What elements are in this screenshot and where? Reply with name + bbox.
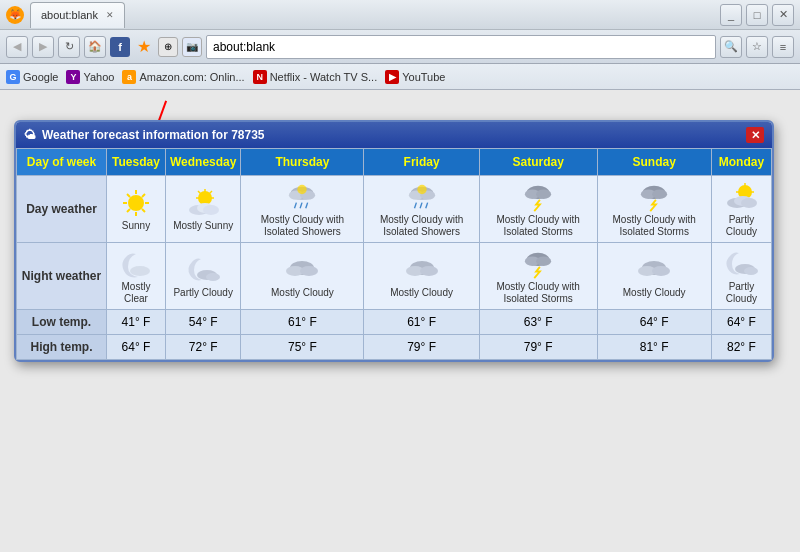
svg-point-60 [652, 266, 670, 276]
home-button[interactable]: 🏠 [84, 36, 106, 58]
low-temp-monday: 64° F [711, 310, 771, 335]
low-temp-wednesday: 54° F [165, 310, 240, 335]
tab-close-button[interactable]: ✕ [106, 10, 114, 20]
address-bar[interactable]: about:blank [206, 35, 716, 59]
night-weather-tuesday: Mostly Clear [107, 243, 166, 310]
svg-point-35 [536, 190, 551, 199]
day-weather-monday-desc: Partly Cloudy [714, 214, 769, 238]
col-header-wednesday: Wednesday [165, 149, 240, 176]
youtube-icon: ▶ [385, 70, 399, 84]
menu-button[interactable]: ≡ [772, 36, 794, 58]
day-weather-tuesday: Sunny [107, 176, 166, 243]
restore-button[interactable]: □ [746, 4, 768, 26]
low-temp-tuesday: 41° F [107, 310, 166, 335]
star-icon[interactable]: ★ [134, 37, 154, 57]
bookmark-google[interactable]: G Google [6, 70, 58, 84]
row-label-high-temp: High temp. [17, 335, 107, 360]
yahoo-icon: Y [66, 70, 80, 84]
svg-line-8 [127, 209, 130, 212]
col-header-friday: Friday [364, 149, 479, 176]
day-weather-friday-desc: Mostly Cloudy with Isolated Showers [366, 214, 476, 238]
bookmark-yahoo[interactable]: Y Yahoo [66, 70, 114, 84]
yahoo-label: Yahoo [83, 71, 114, 83]
day-weather-saturday-desc: Mostly Cloudy with Isolated Storms [482, 214, 595, 238]
mostly-cloudy-icon-fri [404, 255, 440, 285]
cloudy-showers-icon-fri [404, 182, 440, 212]
low-temp-saturday: 63° F [479, 310, 597, 335]
mostly-clear-icon [118, 249, 154, 279]
mostly-cloudy-icon-sun [636, 255, 672, 285]
mostly-sunny-icon [185, 188, 221, 218]
search-icon[interactable]: 🔍 [720, 36, 742, 58]
netflix-icon: N [253, 70, 267, 84]
svg-line-5 [127, 194, 130, 197]
night-weather-sunday-desc: Mostly Cloudy [600, 287, 709, 299]
dialog-title-bar: 🌤 Weather forecast information for 78735… [16, 122, 772, 148]
partly-cloudy-night-icon-mon [723, 249, 759, 279]
toolbar: ◀ ▶ ↻ 🏠 f ★ ⊕ 📷 about:blank 🔍 ☆ ≡ [0, 30, 800, 64]
high-temp-tuesday: 64° F [107, 335, 166, 360]
tab-label: about:blank [41, 9, 98, 21]
day-weather-friday: Mostly Cloudy with Isolated Showers [364, 176, 479, 243]
facebook-icon[interactable]: f [110, 37, 130, 57]
day-weather-sunday-desc: Mostly Cloudy with Isolated Storms [600, 214, 709, 238]
svg-point-48 [206, 273, 220, 281]
night-weather-saturday-desc: Mostly Cloudy with Isolated Storms [482, 281, 595, 305]
close-button[interactable]: ✕ [772, 4, 794, 26]
forward-button[interactable]: ▶ [32, 36, 54, 58]
night-weather-thursday-desc: Mostly Cloudy [243, 287, 361, 299]
svg-point-45 [741, 198, 757, 208]
partly-cloudy-night-icon-wed [185, 255, 221, 285]
bookmark-youtube[interactable]: ▶ YouTube [385, 70, 445, 84]
minimize-button[interactable]: _ [720, 4, 742, 26]
back-button[interactable]: ◀ [6, 36, 28, 58]
star-bookmark-button[interactable]: ☆ [746, 36, 768, 58]
title-bar: 🦊 about:blank ✕ _ □ ✕ [0, 0, 800, 30]
svg-point-51 [300, 266, 318, 276]
high-temp-friday: 79° F [364, 335, 479, 360]
high-temp-sunday: 81° F [597, 335, 711, 360]
dialog-title-text: Weather forecast information for 78735 [42, 128, 265, 142]
bookmark-amazon[interactable]: a Amazon.com: Onlin... [122, 70, 244, 84]
table-row-day-weather: Day weather [17, 176, 772, 243]
row-label-day: Day weather [17, 176, 107, 243]
high-temp-saturday: 79° F [479, 335, 597, 360]
night-weather-saturday: Mostly Cloudy with Isolated Storms [479, 243, 597, 310]
active-tab[interactable]: about:blank ✕ [30, 2, 125, 28]
svg-point-46 [130, 266, 150, 276]
col-header-tuesday: Tuesday [107, 149, 166, 176]
cloudy-storms-icon-sat [520, 182, 556, 212]
day-weather-sunday: Mostly Cloudy with Isolated Storms [597, 176, 711, 243]
col-header-thursday: Thursday [241, 149, 364, 176]
weather-dialog: 🌤 Weather forecast information for 78735… [14, 120, 774, 362]
svg-line-31 [425, 203, 427, 209]
screenshot-icon[interactable]: 📷 [182, 37, 202, 57]
sunny-icon [118, 188, 154, 218]
night-weather-friday: Mostly Cloudy [364, 243, 479, 310]
partly-cloudy-day-icon [723, 182, 759, 212]
dialog-title-left: 🌤 Weather forecast information for 78735 [24, 128, 265, 142]
svg-line-14 [198, 191, 201, 194]
svg-point-38 [652, 190, 667, 199]
svg-point-25 [298, 185, 307, 194]
night-weather-sunday: Mostly Cloudy [597, 243, 711, 310]
cloudy-storms-night-icon [520, 249, 556, 279]
extend-icon[interactable]: ⊕ [158, 37, 178, 57]
reload-button[interactable]: ↻ [58, 36, 80, 58]
svg-line-22 [295, 203, 297, 209]
bookmark-netflix[interactable]: N Netflix - Watch TV S... [253, 70, 378, 84]
svg-line-23 [301, 203, 303, 209]
day-weather-monday: Partly Cloudy [711, 176, 771, 243]
night-weather-thursday: Mostly Cloudy [241, 243, 364, 310]
dialog-close-button[interactable]: ✕ [746, 127, 764, 143]
table-row-night-weather: Night weather Mostly Clear [17, 243, 772, 310]
night-weather-wednesday-desc: Partly Cloudy [168, 287, 238, 299]
browser-logo: 🦊 [6, 6, 24, 24]
amazon-icon: a [122, 70, 136, 84]
google-label: Google [23, 71, 58, 83]
cloudy-storms-icon-sun [636, 182, 672, 212]
svg-line-7 [142, 194, 145, 197]
bookmarks-bar: G Google Y Yahoo a Amazon.com: Onlin... … [0, 64, 800, 90]
table-row-low-temp: Low temp. 41° F 54° F 61° F 61° F 63° F … [17, 310, 772, 335]
youtube-label: YouTube [402, 71, 445, 83]
